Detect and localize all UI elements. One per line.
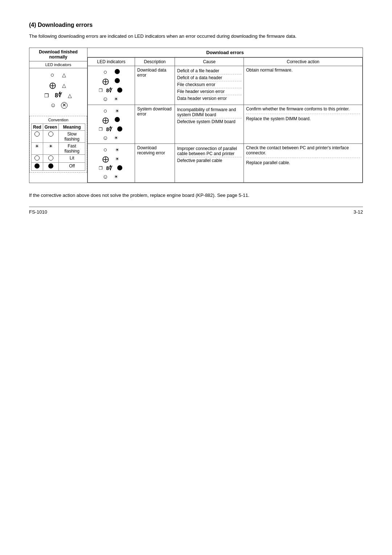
cause-row2: Incompatibility of firmware and system D… bbox=[175, 105, 244, 143]
r3-tray: ☺ bbox=[102, 174, 108, 180]
col-meaning: Meaning bbox=[59, 123, 85, 130]
r2-print: ⨁ bbox=[102, 116, 110, 124]
desc-row1: Download data error bbox=[135, 66, 175, 105]
col-cause-header: Cause bbox=[175, 57, 244, 66]
col-action-header: Corrective action bbox=[244, 57, 363, 66]
led-icons-row2: ○ ☀ ⨁ ❐ 8∜ ☺ bbox=[88, 105, 135, 143]
convention-row-lit: Lit bbox=[32, 154, 85, 162]
section-title: (4) Downloading errors bbox=[29, 22, 363, 28]
convention-table: Red Green Meaning Slow flashing ☀ ☀ Fast… bbox=[31, 123, 85, 171]
green1-empty: △ bbox=[60, 72, 68, 79]
cause-3-1: Improper connection of parallel cable be… bbox=[177, 145, 241, 157]
error-table: LED indicators Description Cause Correct… bbox=[87, 57, 363, 183]
r1-green-full3 bbox=[116, 87, 124, 94]
footer: FS-1010 3-12 bbox=[29, 207, 363, 215]
r3-power: ○ bbox=[102, 146, 110, 154]
desc-row2: System download error bbox=[135, 105, 175, 143]
left-panel-led-label: LED indicators bbox=[29, 61, 87, 68]
cause-2-2: Defective system DIMM board bbox=[177, 118, 241, 125]
green2-empty: △ bbox=[60, 82, 68, 89]
lit-meaning: Lit bbox=[59, 154, 85, 162]
r1-print: ⨁ bbox=[102, 77, 110, 85]
num-icon-normal: 8∜ bbox=[54, 92, 62, 100]
action-2-1: Confirm whether the firmware conforms to… bbox=[246, 106, 360, 114]
action-row1: Obtain normal firmware. bbox=[244, 66, 363, 105]
slow-meaning: Slow flashing bbox=[59, 130, 85, 142]
intro-text: The following downloading errors are ind… bbox=[29, 33, 363, 40]
col-desc-header: Description bbox=[135, 57, 175, 66]
cause-row3: Improper connection of parallel cable be… bbox=[175, 143, 244, 182]
desc-row3: Download receiving error bbox=[135, 143, 175, 182]
r3-panel: ❐ bbox=[99, 166, 103, 171]
lit-red bbox=[32, 154, 43, 162]
cause-1-4: File header version error bbox=[177, 88, 241, 95]
col-green: Green bbox=[43, 123, 59, 130]
r2-power: ○ bbox=[102, 107, 110, 115]
convention-row-slow: Slow flashing bbox=[32, 130, 85, 142]
r1-num: 8∜ bbox=[106, 88, 113, 93]
footer-model: FS-1010 bbox=[29, 209, 47, 215]
error-row-3: ○ ☀ ⨁ ☀ ❐ 8∜ ☺ bbox=[88, 143, 363, 182]
r2-num: 8∜ bbox=[106, 126, 113, 132]
action-row2: Confirm whether the firmware conforms to… bbox=[244, 105, 363, 143]
left-panel-header: Download finished normally bbox=[29, 48, 87, 61]
cause-1-3: File checksum error bbox=[177, 81, 241, 88]
col-led-header: LED indicators bbox=[88, 57, 135, 66]
r2-sun2: ☀ bbox=[112, 135, 120, 141]
action-3-2: Replace parallel cable. bbox=[246, 160, 360, 165]
r1-sun: ☀ bbox=[112, 96, 120, 102]
convention-box: Convention Red Green Meaning Slow flashi… bbox=[29, 116, 87, 173]
fast-meaning: Fast flashing bbox=[59, 142, 85, 154]
r3-sun1: ☀ bbox=[113, 147, 121, 153]
r2-green-full2 bbox=[116, 126, 124, 133]
col-red: Red bbox=[32, 123, 43, 130]
r2-green-full bbox=[113, 116, 121, 124]
r1-panel: ❐ bbox=[99, 88, 103, 93]
fast-green: ☀ bbox=[43, 142, 59, 154]
green4-circle-x: ✕ bbox=[61, 102, 68, 109]
cause-row1: Deficit of a file header Deficit of a da… bbox=[175, 66, 244, 105]
r3-num: 8∜ bbox=[106, 165, 113, 171]
r3-sun3: ☀ bbox=[112, 174, 120, 179]
convention-title: Convention bbox=[31, 118, 85, 122]
slow-red bbox=[32, 130, 43, 142]
fast-red: ☀ bbox=[32, 142, 43, 154]
led-icons-row1: ○ ⨁ ❐ 8∜ ☺ bbox=[88, 66, 135, 105]
cause-3-2: Defective parallel cable bbox=[177, 157, 241, 164]
green3-empty: △ bbox=[66, 92, 74, 100]
convention-row-fast: ☀ ☀ Fast flashing bbox=[32, 142, 85, 154]
corrective-note: If the corrective action above does not … bbox=[29, 192, 363, 199]
power-icon-empty: ○ bbox=[49, 70, 57, 80]
cause-1-5: Data header version error bbox=[177, 95, 241, 102]
led-icons-row3: ○ ☀ ⨁ ☀ ❐ 8∜ ☺ bbox=[88, 143, 135, 182]
panel-icon-normal: ❐ bbox=[43, 92, 51, 100]
print-icon-normal: ⨁ bbox=[49, 81, 57, 90]
page-number: 3-12 bbox=[354, 209, 363, 215]
cause-1-1: Deficit of a file header bbox=[177, 68, 241, 74]
off-meaning: Off bbox=[59, 162, 85, 170]
r3-sun2: ☀ bbox=[113, 156, 121, 162]
convention-row-off: Off bbox=[32, 162, 85, 170]
cause-2-1: Incompatibility of firmware and system D… bbox=[177, 106, 241, 118]
r3-print: ⨁ bbox=[102, 155, 110, 163]
off-red bbox=[32, 162, 43, 170]
error-row-1: ○ ⨁ ❐ 8∜ ☺ bbox=[88, 66, 363, 105]
r1-tray: ☺ bbox=[102, 96, 108, 102]
cause-1-2: Deficit of a data header bbox=[177, 74, 241, 81]
main-table: Download finished normally LED indicator… bbox=[29, 48, 363, 183]
r2-tray: ☺ bbox=[102, 135, 108, 141]
error-row-2: ○ ☀ ⨁ ❐ 8∜ ☺ bbox=[88, 105, 363, 143]
normal-state-icons: ○ △ ⨁ △ ❐ 8∜ △ ☺ ✕ bbox=[29, 68, 87, 112]
action-row3: Check the contact between PC and printer… bbox=[244, 143, 363, 182]
action-3-1: Check the contact between PC and printer… bbox=[246, 145, 360, 158]
lit-green bbox=[43, 154, 59, 162]
slow-green bbox=[43, 130, 59, 142]
r1-green-full2 bbox=[113, 77, 121, 85]
download-errors-header: Download errors bbox=[87, 48, 363, 57]
tray-icon-normal: ☺ bbox=[49, 101, 57, 109]
r3-green-full bbox=[116, 165, 124, 172]
off-green bbox=[43, 162, 59, 170]
action-2-2: Replace the system DIMM board. bbox=[246, 116, 360, 121]
r1-green-full bbox=[113, 68, 121, 76]
r2-panel: ❐ bbox=[99, 127, 103, 132]
